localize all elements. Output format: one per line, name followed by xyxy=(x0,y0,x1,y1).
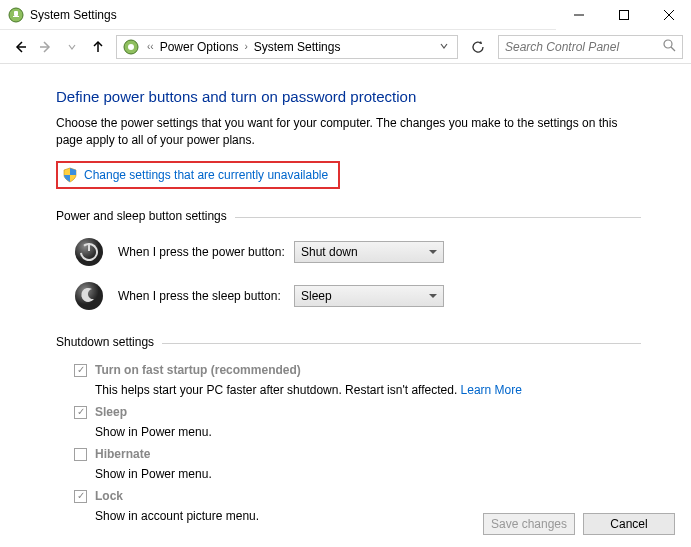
close-button[interactable] xyxy=(646,0,691,30)
svg-point-14 xyxy=(75,238,103,266)
change-settings-link[interactable]: Change settings that are currently unava… xyxy=(84,168,328,182)
back-button[interactable] xyxy=(8,35,32,59)
footer-buttons: Save changes Cancel xyxy=(483,513,675,535)
power-options-icon xyxy=(123,39,139,55)
breadcrumb-item[interactable]: Power Options xyxy=(158,40,241,54)
power-button-row: When I press the power button: Shut down xyxy=(56,223,641,267)
save-changes-button[interactable]: Save changes xyxy=(483,513,575,535)
learn-more-link[interactable]: Learn More xyxy=(461,383,522,397)
navbar: ‹‹ Power Options › System Settings xyxy=(0,30,691,64)
search-box[interactable] xyxy=(498,35,683,59)
hibernate-checkbox-row: Hibernate xyxy=(74,443,641,465)
search-icon[interactable] xyxy=(663,39,676,55)
power-button-label: When I press the power button: xyxy=(118,245,294,259)
svg-rect-4 xyxy=(619,11,628,20)
minimize-button[interactable] xyxy=(556,0,601,30)
window-title: System Settings xyxy=(30,8,556,22)
search-input[interactable] xyxy=(505,40,663,54)
sleep-description: Show in Power menu. xyxy=(74,423,641,443)
forward-button[interactable] xyxy=(34,35,58,59)
cancel-button[interactable]: Cancel xyxy=(583,513,675,535)
sleep-label: Sleep xyxy=(95,405,127,419)
section-shutdown: Shutdown settings xyxy=(56,335,641,349)
system-settings-icon xyxy=(8,7,24,23)
svg-point-12 xyxy=(664,40,672,48)
hibernate-label: Hibernate xyxy=(95,447,150,461)
page-title: Define power buttons and turn on passwor… xyxy=(56,88,641,105)
fast-startup-label: Turn on fast startup (recommended) xyxy=(95,363,301,377)
svg-point-11 xyxy=(128,44,134,50)
sleep-button-label: When I press the sleep button: xyxy=(118,289,294,303)
change-settings-highlight: Change settings that are currently unava… xyxy=(56,161,340,189)
svg-rect-1 xyxy=(14,11,18,16)
up-button[interactable] xyxy=(86,35,110,59)
breadcrumb-item[interactable]: System Settings xyxy=(252,40,343,54)
sleep-icon xyxy=(74,281,104,311)
recent-dropdown-button[interactable] xyxy=(60,35,84,59)
fast-startup-checkbox[interactable] xyxy=(74,364,87,377)
power-button-dropdown[interactable]: Shut down xyxy=(294,241,444,263)
fast-startup-checkbox-row: Turn on fast startup (recommended) xyxy=(74,359,641,381)
section-power-sleep: Power and sleep button settings xyxy=(56,209,641,223)
lock-label: Lock xyxy=(95,489,123,503)
svg-rect-2 xyxy=(13,16,19,17)
lock-checkbox[interactable] xyxy=(74,490,87,503)
svg-point-17 xyxy=(75,282,103,310)
uac-shield-icon xyxy=(62,167,78,183)
sleep-checkbox-row: Sleep xyxy=(74,401,641,423)
titlebar: System Settings xyxy=(0,0,691,30)
page-description: Choose the power settings that you want … xyxy=(56,115,641,149)
sleep-button-dropdown[interactable]: Sleep xyxy=(294,285,444,307)
content: Define power buttons and turn on passwor… xyxy=(0,64,691,527)
svg-line-13 xyxy=(671,47,675,51)
breadcrumb[interactable]: ‹‹ Power Options › System Settings xyxy=(116,35,458,59)
refresh-button[interactable] xyxy=(466,35,490,59)
sleep-button-row: When I press the sleep button: Sleep xyxy=(56,267,641,311)
hibernate-description: Show in Power menu. xyxy=(74,465,641,485)
power-icon xyxy=(74,237,104,267)
breadcrumb-separator-icon: › xyxy=(240,41,251,52)
sleep-checkbox[interactable] xyxy=(74,406,87,419)
breadcrumb-chevron-icon: ‹‹ xyxy=(143,41,158,52)
hibernate-checkbox[interactable] xyxy=(74,448,87,461)
fast-startup-description: This helps start your PC faster after sh… xyxy=(74,381,641,401)
lock-checkbox-row: Lock xyxy=(74,485,641,507)
breadcrumb-dropdown-icon[interactable] xyxy=(433,40,455,54)
maximize-button[interactable] xyxy=(601,0,646,30)
